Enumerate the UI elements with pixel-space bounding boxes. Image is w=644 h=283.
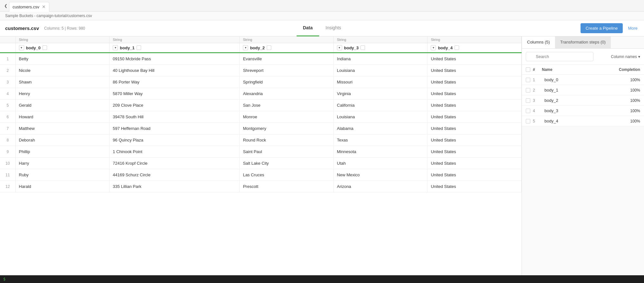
col-header-2[interactable]: ▾ body_2: [240, 43, 334, 53]
col-name-header: Name: [542, 67, 619, 72]
col-checkbox-2[interactable]: [267, 45, 271, 50]
cell-body_3: Minnesota: [333, 146, 428, 158]
cell-body_4: United States: [428, 146, 522, 158]
col-checkbox-0[interactable]: [43, 45, 47, 50]
col-type-2: String: [240, 36, 334, 43]
row-number: 9: [0, 146, 15, 158]
columns-list: 1 body_0 100% 2 body_1 100% 3 body_2 100…: [522, 75, 644, 275]
cell-body_3: Missouri: [333, 76, 428, 88]
cell-body_0: Gerald: [15, 100, 110, 111]
col-checkbox-3[interactable]: [360, 45, 365, 50]
cell-body_3: Virginia: [333, 88, 428, 100]
row-number: 7: [0, 123, 15, 134]
col-row-checkbox[interactable]: [526, 119, 530, 123]
cell-body_4: United States: [428, 123, 522, 134]
col-row-num: 3: [533, 98, 542, 103]
cell-body_3: California: [333, 100, 428, 111]
col-type-1: String: [110, 36, 240, 43]
terminal-bar: $: [0, 275, 644, 283]
col-checkbox-1[interactable]: [137, 45, 141, 50]
table-row: 4Henry5870 Miller WayAlexandriaVirginiaU…: [0, 88, 522, 100]
panel-tab-transformation[interactable]: Transformation steps (0): [555, 36, 611, 48]
panel-tabs: Columns (5) Transformation steps (0): [522, 36, 644, 49]
row-number: 4: [0, 88, 15, 100]
col-row-name: body_1: [544, 88, 628, 93]
list-item: 2 body_1 100%: [522, 85, 644, 95]
cell-body_1: 335 Lillian Park: [110, 181, 240, 192]
col-row-num: 4: [533, 109, 542, 113]
cell-body_0: Betty: [15, 53, 110, 65]
col-row-checkbox[interactable]: [526, 78, 530, 82]
table-row: 2Nicole40 Lighthouse Bay HillShreveportL…: [0, 65, 522, 76]
cell-body_2: Las Cruces: [240, 169, 334, 181]
tab-insights[interactable]: Insights: [319, 20, 348, 36]
cell-body_2: Monroe: [240, 111, 334, 123]
table-row: 1Betty09150 Mcbride PassEvansvilleIndian…: [0, 53, 522, 65]
col-checkbox-4[interactable]: [455, 45, 459, 50]
table-row: 6Howard39478 South HillMonroeLouisianaUn…: [0, 111, 522, 123]
cell-body_4: United States: [428, 100, 522, 111]
header-bar: customers.csv Columns: 5 | Rows: 980 Dat…: [0, 20, 644, 36]
cell-body_3: Alabama: [333, 123, 428, 134]
col-header-0[interactable]: ▾ body_0: [15, 43, 110, 53]
col-row-checkbox[interactable]: [526, 88, 530, 93]
cell-body_1: 44169 Schurz Circle: [110, 169, 240, 181]
col-dropdown-0[interactable]: ▾: [19, 45, 24, 50]
table-area[interactable]: String String String String String ▾ bod…: [0, 36, 522, 275]
cell-body_0: Nicole: [15, 65, 110, 76]
select-all-checkbox[interactable]: [526, 67, 530, 72]
cell-body_0: Harry: [15, 158, 110, 169]
row-number: 11: [0, 169, 15, 181]
cell-body_4: United States: [428, 65, 522, 76]
row-number: 2: [0, 65, 15, 76]
columns-header: # Name Completion: [522, 65, 644, 75]
cell-body_3: Indiana: [333, 53, 428, 65]
row-num-type-header: [0, 36, 15, 43]
cell-body_2: Montgomery: [240, 123, 334, 134]
collapse-button[interactable]: ❮: [3, 0, 9, 12]
col-dropdown-2[interactable]: ▾: [243, 45, 248, 50]
cell-body_2: Salt Lake City: [240, 158, 334, 169]
cell-body_4: United States: [428, 88, 522, 100]
create-pipeline-button[interactable]: Create a Pipeline: [581, 23, 623, 33]
row-number: 5: [0, 100, 15, 111]
panel-tab-columns[interactable]: Columns (5): [522, 36, 555, 48]
cell-body_4: United States: [428, 76, 522, 88]
row-number: 3: [0, 76, 15, 88]
cell-body_3: Utah: [333, 158, 428, 169]
tab-data[interactable]: Data: [296, 20, 319, 36]
cell-body_0: Howard: [15, 111, 110, 123]
row-number: 6: [0, 111, 15, 123]
search-input[interactable]: [526, 52, 593, 61]
tab-close-icon[interactable]: ✕: [42, 5, 46, 9]
table-body: 1Betty09150 Mcbride PassEvansvilleIndian…: [0, 53, 522, 192]
cell-body_1: 1 Chinook Point: [110, 146, 240, 158]
cell-body_0: Phillip: [15, 146, 110, 158]
col-header-1[interactable]: ▾ body_1: [110, 43, 240, 53]
row-num-col-header: [0, 43, 15, 53]
file-tab[interactable]: customers.csv ✕: [9, 2, 49, 12]
col-header-3[interactable]: ▾ body_3: [333, 43, 428, 53]
col-row-checkbox[interactable]: [526, 98, 530, 103]
column-names-button[interactable]: Column names ▾: [611, 54, 640, 59]
cell-body_2: San Jose: [240, 100, 334, 111]
table-row: 9Phillip1 Chinook PointSaint PaulMinneso…: [0, 146, 522, 158]
cell-body_1: 96 Quincy Plaza: [110, 134, 240, 146]
table-row: 11Ruby44169 Schurz CircleLas CrucesNew M…: [0, 169, 522, 181]
list-item: 3 body_2 100%: [522, 95, 644, 106]
cell-body_2: Prescott: [240, 181, 334, 192]
col-dropdown-4[interactable]: ▾: [431, 45, 436, 50]
col-row-num: 1: [533, 78, 542, 82]
col-header-4[interactable]: ▾ body_4: [428, 43, 522, 53]
col-row-checkbox[interactable]: [526, 109, 530, 113]
row-number: 1: [0, 53, 15, 65]
tab-label: customers.csv: [13, 5, 39, 9]
col-dropdown-1[interactable]: ▾: [113, 45, 118, 50]
list-item: 4 body_3 100%: [522, 106, 644, 116]
type-row: String String String String String: [0, 36, 522, 43]
row-number: 12: [0, 181, 15, 192]
more-button[interactable]: More: [627, 23, 639, 33]
col-completion-header: Completion: [619, 67, 640, 72]
cell-body_3: Arizona: [333, 181, 428, 192]
col-dropdown-3[interactable]: ▾: [337, 45, 342, 50]
